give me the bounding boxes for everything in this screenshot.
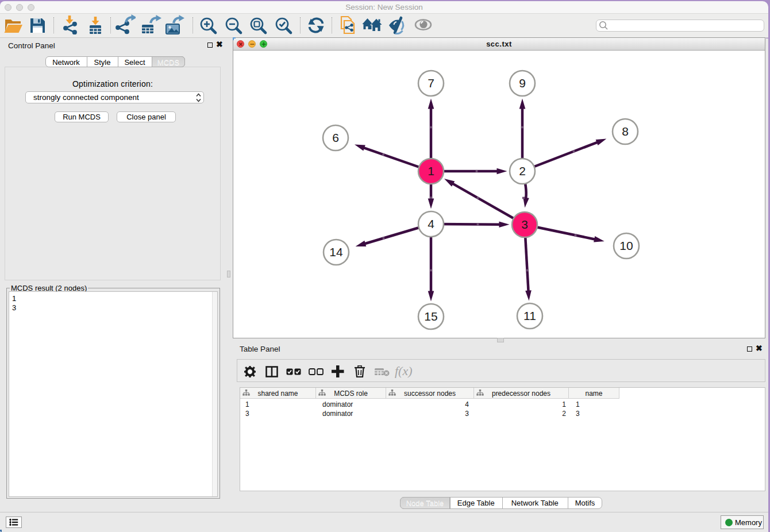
svg-text:1: 1 [428,164,434,178]
svg-text:10: 10 [619,239,633,252]
svg-text:11: 11 [523,309,536,322]
svg-text:6: 6 [332,131,339,144]
svg-text:3: 3 [521,218,528,231]
svg-text:15: 15 [424,310,437,323]
svg-text:14: 14 [329,245,343,259]
svg-text:8: 8 [622,125,629,138]
svg-text:9: 9 [519,76,526,90]
svg-text:7: 7 [428,76,434,90]
svg-text:2: 2 [519,164,526,178]
svg-text:4: 4 [428,217,434,230]
